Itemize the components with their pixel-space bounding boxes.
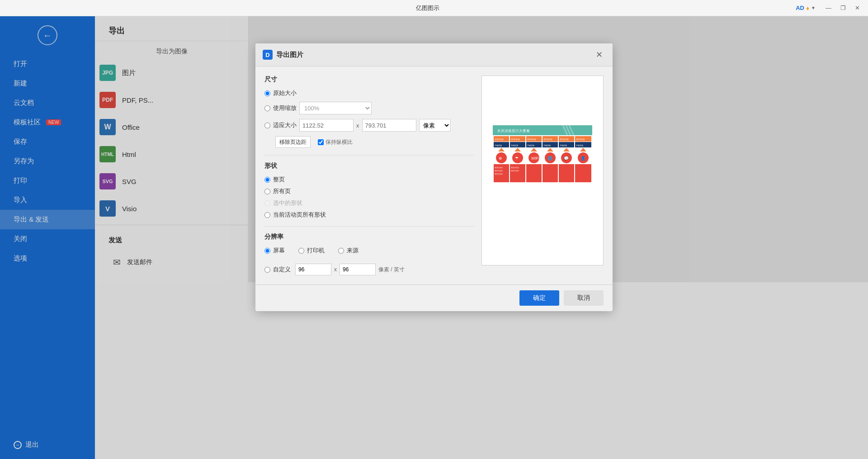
scale-select[interactable]: 100% bbox=[299, 102, 372, 114]
svg-text:管控目标: 管控目标 bbox=[527, 138, 536, 141]
dialog-preview: 长庆决策层六大要素 管控目标 关键措施 bbox=[481, 76, 604, 275]
svg-text:长庆决策层六大要素: 长庆决策层六大要素 bbox=[497, 129, 530, 133]
chevron-down-icon: ▼ bbox=[811, 5, 816, 10]
dialog-footer: 确定 取消 bbox=[255, 284, 613, 311]
radio-screen-label: 屏幕 bbox=[273, 246, 285, 255]
radio-original-input[interactable] bbox=[264, 90, 270, 96]
radio-original-size[interactable]: 原始大小 bbox=[264, 89, 474, 97]
svg-marker-55 bbox=[580, 148, 586, 151]
radio-current-active[interactable]: 当前活动页所有形状 bbox=[264, 211, 474, 219]
svg-text:关键措施: 关键措施 bbox=[560, 144, 567, 147]
cancel-button[interactable]: 取消 bbox=[564, 290, 604, 306]
radio-printer-label: 打印机 bbox=[307, 246, 325, 255]
resolution-section-label: 分辨率 bbox=[264, 233, 474, 241]
svg-text:相关内容2: 相关内容2 bbox=[495, 170, 503, 172]
radio-whole-page[interactable]: 整页 bbox=[264, 175, 474, 184]
keep-ratio-checkbox[interactable] bbox=[318, 139, 324, 145]
width-input[interactable] bbox=[299, 119, 354, 132]
titlebar: 亿图图示 AD ♦ ▼ — ❐ ✕ bbox=[0, 0, 868, 16]
radio-whole-page-input[interactable] bbox=[264, 177, 270, 183]
radio-source-label: 来源 bbox=[347, 246, 359, 255]
svg-text:💬: 💬 bbox=[564, 156, 569, 161]
confirm-button[interactable]: 确定 bbox=[519, 290, 559, 306]
remove-margin-button[interactable]: 移除页边距 bbox=[275, 136, 311, 148]
dialog-close-button[interactable]: ✕ bbox=[593, 49, 605, 61]
radio-custom-input[interactable] bbox=[264, 267, 270, 273]
minimize-button[interactable]: — bbox=[823, 4, 834, 12]
svg-text:关键措施: 关键措施 bbox=[543, 144, 551, 147]
user-info: AD ♦ ▼ bbox=[796, 5, 816, 12]
svg-marker-39 bbox=[547, 148, 553, 151]
svg-text:管控目标: 管控目标 bbox=[543, 138, 552, 141]
preview-svg: 长庆决策层六大要素 管控目标 关键措施 bbox=[493, 125, 592, 216]
height-input[interactable] bbox=[362, 119, 416, 132]
unit-select[interactable]: 像素 英寸 厘米 bbox=[419, 119, 451, 132]
svg-text:管控目标: 管控目标 bbox=[495, 138, 504, 141]
radio-source-input[interactable] bbox=[338, 248, 344, 254]
maximize-button[interactable]: ❐ bbox=[838, 4, 849, 12]
radio-screen-input[interactable] bbox=[264, 248, 270, 254]
resolution-radios: 屏幕 打印机 来源 bbox=[264, 246, 474, 259]
window-controls: — ❐ ✕ bbox=[823, 4, 863, 12]
keep-ratio-label[interactable]: 保持纵横比 bbox=[318, 138, 353, 146]
radio-selected-label: 选中的形状 bbox=[273, 199, 302, 207]
scale-row: 使用缩放 100% bbox=[264, 102, 474, 114]
radio-current-input[interactable] bbox=[264, 212, 270, 218]
dimension-row: 适应大小 x 像素 英寸 厘米 bbox=[264, 119, 474, 132]
svg-marker-47 bbox=[563, 148, 570, 151]
radio-printer[interactable]: 打印机 bbox=[298, 246, 325, 255]
radio-screen[interactable]: 屏幕 bbox=[264, 246, 285, 255]
svg-marker-21 bbox=[514, 148, 521, 151]
radio-fit-label: 适应大小 bbox=[273, 121, 297, 129]
app-title: 亿图图示 bbox=[60, 4, 796, 12]
svg-rect-50 bbox=[559, 164, 574, 182]
svg-text:关键措施: 关键措施 bbox=[576, 144, 583, 147]
radio-fit-input[interactable] bbox=[264, 123, 270, 128]
svg-text:相关内容2: 相关内容2 bbox=[511, 170, 519, 172]
dialog-form: 尺寸 原始大小 使用缩放 100% 适应大小 bbox=[264, 76, 474, 275]
dialog-header: D 导出图片 ✕ bbox=[255, 43, 613, 66]
size-section: 尺寸 原始大小 使用缩放 100% 适应大小 bbox=[264, 76, 474, 148]
svg-text:🌐: 🌐 bbox=[547, 156, 553, 161]
svg-rect-34 bbox=[526, 164, 542, 182]
svg-text:关键措施: 关键措施 bbox=[511, 144, 518, 147]
radio-printer-input[interactable] bbox=[298, 248, 304, 254]
shape-section-label: 形状 bbox=[264, 162, 474, 170]
svg-text:关键措施: 关键措施 bbox=[495, 144, 502, 147]
svg-text:管控目标: 管控目标 bbox=[511, 138, 520, 141]
radio-all-pages-label: 所有页 bbox=[273, 187, 291, 195]
close-button[interactable]: ✕ bbox=[852, 4, 863, 12]
size-section-label: 尺寸 bbox=[264, 76, 474, 84]
crown-icon: ♦ bbox=[806, 5, 809, 12]
dialog-overlay: D 导出图片 ✕ 尺寸 原始大小 使用缩放 bbox=[0, 16, 868, 459]
username: AD bbox=[796, 5, 804, 11]
preview-box: 长庆决策层六大要素 管控目标 关键措施 bbox=[481, 76, 604, 265]
resolution-section: 分辨率 屏幕 打印机 来源 bbox=[264, 233, 474, 275]
svg-rect-58 bbox=[575, 164, 591, 182]
radio-scale-input[interactable] bbox=[264, 105, 270, 111]
dpi-x-separator: x bbox=[334, 266, 337, 273]
svg-text:关键措施: 关键措施 bbox=[527, 144, 534, 147]
dpi-unit-label: 像素 / 英寸 bbox=[378, 266, 405, 274]
radio-current-label: 当前活动页所有形状 bbox=[273, 211, 326, 219]
dialog-title-icon: D bbox=[263, 50, 273, 60]
radio-original-label: 原始大小 bbox=[273, 89, 297, 97]
svg-text:👤: 👤 bbox=[580, 156, 586, 161]
radio-all-pages[interactable]: 所有页 bbox=[264, 187, 474, 195]
dpi-x-input[interactable] bbox=[295, 264, 331, 275]
radio-selected-shapes: 选中的形状 bbox=[264, 199, 474, 207]
svg-rect-42 bbox=[542, 164, 558, 182]
dialog-title-text: 导出图片 bbox=[276, 51, 303, 59]
radio-source[interactable]: 来源 bbox=[338, 246, 359, 255]
svg-text:WiFi: WiFi bbox=[531, 156, 539, 161]
svg-marker-10 bbox=[498, 148, 505, 151]
export-image-dialog: D 导出图片 ✕ 尺寸 原始大小 使用缩放 bbox=[255, 43, 613, 311]
svg-marker-31 bbox=[531, 148, 537, 151]
radio-all-pages-input[interactable] bbox=[264, 189, 270, 194]
svg-text:相关内容3: 相关内容3 bbox=[495, 173, 503, 175]
radio-custom-label: 自定义 bbox=[273, 265, 291, 274]
svg-text:⊕: ⊕ bbox=[499, 156, 502, 161]
dialog-body: 尺寸 原始大小 使用缩放 100% 适应大小 bbox=[255, 66, 613, 284]
custom-dpi-row: 自定义 x 像素 / 英寸 bbox=[264, 264, 474, 275]
dpi-y-input[interactable] bbox=[340, 264, 376, 275]
